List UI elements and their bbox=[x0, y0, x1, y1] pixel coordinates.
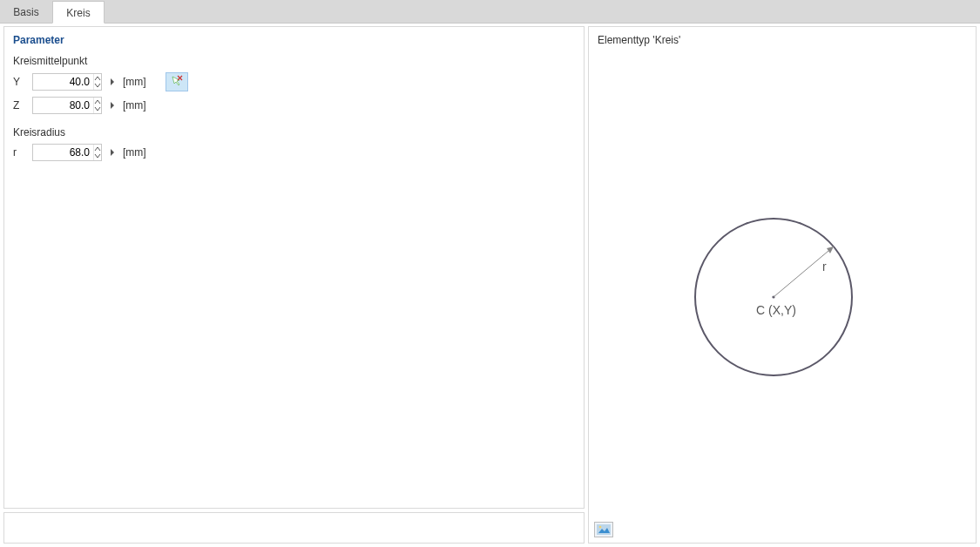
circle-diagram: r C (X,Y) bbox=[669, 184, 896, 393]
z-input[interactable] bbox=[33, 98, 93, 113]
z-unit: [mm] bbox=[123, 99, 146, 111]
tab-kreis[interactable]: Kreis bbox=[52, 1, 105, 24]
param-row-r: r [mm] bbox=[13, 144, 575, 161]
y-input-wrap bbox=[32, 73, 102, 91]
z-spinner[interactable] bbox=[93, 98, 101, 113]
cursor-pick-icon bbox=[170, 75, 184, 89]
param-label-r: r bbox=[13, 146, 27, 159]
svg-point-8 bbox=[599, 526, 602, 529]
r-spinner[interactable] bbox=[93, 145, 101, 160]
y-more-button[interactable] bbox=[107, 73, 118, 91]
pick-point-button[interactable] bbox=[166, 72, 188, 91]
tab-bar: Basis Kreis bbox=[0, 0, 980, 24]
parameter-heading: Parameter bbox=[13, 34, 575, 46]
svg-rect-6 bbox=[597, 524, 611, 535]
preview-title: Elementtyp 'Kreis' bbox=[598, 34, 967, 46]
preview-toggle-button[interactable] bbox=[594, 522, 613, 537]
right-column: Elementtyp 'Kreis' r C (X,Y) bbox=[588, 24, 980, 547]
z-input-wrap bbox=[32, 97, 102, 114]
left-column: Parameter Kreismittelpunkt Y [mm] bbox=[0, 24, 588, 547]
y-input[interactable] bbox=[33, 74, 93, 90]
image-icon bbox=[597, 524, 611, 535]
tab-basis[interactable]: Basis bbox=[0, 0, 52, 23]
param-row-z: Z [mm] bbox=[13, 97, 575, 114]
y-spinner[interactable] bbox=[93, 74, 101, 90]
group-label-center: Kreismittelpunkt bbox=[13, 55, 575, 67]
parameter-panel: Parameter Kreismittelpunkt Y [mm] bbox=[3, 26, 585, 509]
r-input[interactable] bbox=[33, 145, 93, 160]
bottom-panel bbox=[3, 512, 585, 544]
y-unit: [mm] bbox=[123, 76, 146, 88]
group-label-radius: Kreisradius bbox=[13, 126, 575, 138]
r-unit: [mm] bbox=[123, 146, 146, 159]
param-row-y: Y [mm] bbox=[13, 72, 575, 91]
param-label-z: Z bbox=[13, 99, 27, 111]
preview-panel: Elementtyp 'Kreis' r C (X,Y) bbox=[588, 26, 977, 544]
param-label-y: Y bbox=[13, 76, 27, 88]
center-label-text: C (X,Y) bbox=[756, 303, 796, 317]
r-input-wrap bbox=[32, 144, 102, 161]
work-area: Parameter Kreismittelpunkt Y [mm] bbox=[0, 24, 980, 547]
svg-marker-5 bbox=[827, 246, 834, 253]
radius-label-text: r bbox=[822, 260, 827, 274]
r-more-button[interactable] bbox=[107, 144, 118, 161]
z-more-button[interactable] bbox=[107, 97, 118, 114]
